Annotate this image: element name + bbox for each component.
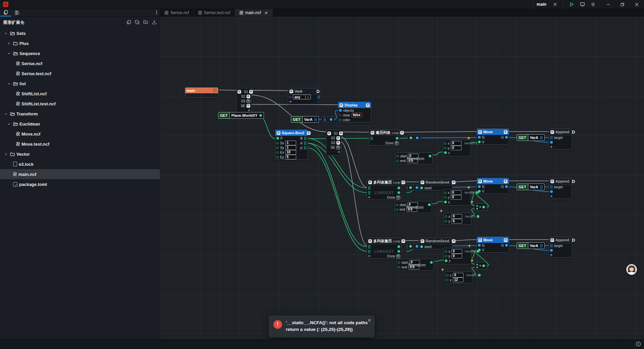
green-open-port[interactable]	[398, 266, 400, 268]
wire[interactable]	[434, 260, 443, 261]
chevron-down-icon[interactable]	[7, 122, 11, 126]
d-port[interactable]: D	[550, 130, 554, 134]
d-port[interactable]: D	[336, 136, 340, 140]
blue-port[interactable]	[505, 136, 508, 139]
green-port[interactable]	[430, 261, 433, 264]
node-header[interactable]: mainD	[185, 88, 218, 93]
tree-item-Sets[interactable]: Sets	[0, 28, 160, 38]
d-port[interactable]: D	[421, 239, 424, 243]
green-open-port[interactable]	[445, 215, 447, 218]
list-port[interactable]	[304, 137, 307, 140]
node-header[interactable]: DRandomSeedD	[419, 238, 452, 244]
green-port[interactable]	[409, 245, 412, 248]
green-open-port[interactable]	[276, 142, 279, 144]
green-port[interactable]	[476, 266, 478, 268]
list-port[interactable]	[314, 118, 317, 121]
blue-port[interactable]	[339, 109, 342, 112]
green-port[interactable]	[477, 215, 479, 218]
green-open-port[interactable]	[396, 155, 399, 157]
restore-button[interactable]	[615, 0, 629, 9]
green-port[interactable]	[429, 155, 431, 157]
green-open-port[interactable]	[396, 160, 399, 162]
list-port[interactable]	[368, 245, 371, 249]
wire[interactable]	[308, 148, 367, 251]
d-port[interactable]: D	[371, 131, 374, 135]
green-port[interactable]	[444, 151, 447, 154]
blue-port[interactable]	[550, 141, 553, 144]
tree-item-Transform[interactable]: Transform	[0, 109, 160, 119]
green-open-port[interactable]	[444, 142, 446, 145]
d-port[interactable]: D	[452, 239, 455, 243]
tree-item-package.toml[interactable]: package.toml	[0, 179, 160, 189]
green-open-port[interactable]	[445, 250, 447, 253]
red-open-port[interactable]	[339, 114, 341, 116]
node-conn-0[interactable]	[321, 116, 334, 122]
green-port[interactable]	[477, 250, 479, 253]
sidebar-more-icon[interactable]	[156, 10, 157, 16]
list-port[interactable]	[550, 136, 553, 140]
d-port[interactable]: D	[478, 130, 482, 134]
blue-port[interactable]	[478, 244, 481, 247]
node-move-3[interactable]: DMoveDGGV	[477, 237, 509, 253]
value-input[interactable]: 0	[453, 273, 464, 278]
tree-item-ShiftList.test.ncf[interactable]: ShiftList.test.ncf	[0, 99, 160, 109]
node-move-1[interactable]: DMoveDGGV	[477, 129, 509, 145]
run-button[interactable]	[567, 0, 576, 9]
node-display[interactable]: DDisplayDobjectsclearfalsecolor	[338, 102, 371, 122]
d-port[interactable]: D	[336, 141, 340, 145]
chevron-down-icon[interactable]	[7, 52, 11, 55]
relay-cell[interactable]	[408, 135, 414, 141]
blue-port[interactable]	[550, 190, 553, 193]
problems-icon[interactable]	[636, 341, 641, 348]
node-header[interactable]: DMoveD	[477, 178, 509, 184]
node-append-1[interactable]: DAppendDtarget+	[549, 129, 572, 150]
node-get-vara-2[interactable]: GETVarA	[517, 184, 545, 190]
tree-item-Move.ncf[interactable]: Move.ncf	[0, 129, 160, 139]
green-open-port[interactable]	[446, 279, 448, 281]
node-loop-2[interactable]: D多列表遍历LoopDLONGEST+DoneD	[367, 179, 401, 200]
node-get-vara-1[interactable]: GETVarA	[517, 134, 545, 141]
d-port[interactable]: D	[504, 130, 507, 134]
add-port-button[interactable]: +	[550, 195, 553, 198]
green-port[interactable]	[444, 201, 447, 203]
tree-item-Serise.ncf[interactable]: Serise.ncf	[0, 58, 160, 68]
list-port[interactable]	[550, 244, 553, 248]
node-vector3-y12[interactable]: x0Vector3y12	[445, 271, 473, 284]
d-port[interactable]: D	[478, 180, 482, 183]
new-folder-icon[interactable]	[143, 20, 148, 26]
d-port[interactable]: D	[327, 132, 331, 135]
value-input[interactable]: 1	[285, 141, 296, 145]
node-loop-3[interactable]: D多列表遍历LoopDLONGEST+DoneD	[367, 238, 401, 259]
d-port[interactable]: D	[452, 181, 455, 184]
list-port[interactable]	[540, 136, 543, 140]
d-port[interactable]: D	[368, 181, 372, 184]
d-port[interactable]: D	[368, 239, 372, 243]
add-port-button[interactable]: +	[368, 196, 371, 199]
node-header[interactable]: DDisplayD	[338, 102, 371, 108]
node-square-box2[interactable]: DSquare.Box2DPBSx1xiSy1yiEx10Ey5	[275, 130, 308, 160]
blue-port[interactable]	[478, 185, 481, 188]
tree-item-Euclidean[interactable]: Euclidean	[0, 119, 160, 129]
d-port[interactable]: D	[307, 131, 311, 135]
list-port[interactable]	[550, 185, 553, 189]
list-port[interactable]	[370, 137, 373, 140]
blue-port[interactable]	[416, 137, 419, 139]
green-port[interactable]	[420, 187, 423, 189]
wire[interactable]	[250, 104, 339, 105]
green-open-port[interactable]	[444, 147, 446, 149]
type-select[interactable]: any	[293, 95, 311, 99]
d-port[interactable]: D	[421, 181, 424, 184]
purple-open-port[interactable]	[289, 96, 291, 98]
chevron-right-icon[interactable]	[4, 153, 8, 156]
wire[interactable]	[218, 90, 237, 90]
node-conn-1[interactable]	[408, 135, 421, 141]
d-port[interactable]: D	[504, 238, 507, 242]
add-port-button[interactable]: +	[337, 150, 340, 154]
value-input[interactable]: 0	[451, 146, 462, 150]
relay-cell[interactable]	[328, 117, 334, 122]
green-open-port[interactable]	[398, 261, 400, 264]
user-avatar[interactable]	[626, 264, 637, 275]
d-port[interactable]: D	[401, 239, 405, 243]
wire[interactable]	[308, 143, 367, 247]
node-conn-3[interactable]	[407, 243, 420, 249]
